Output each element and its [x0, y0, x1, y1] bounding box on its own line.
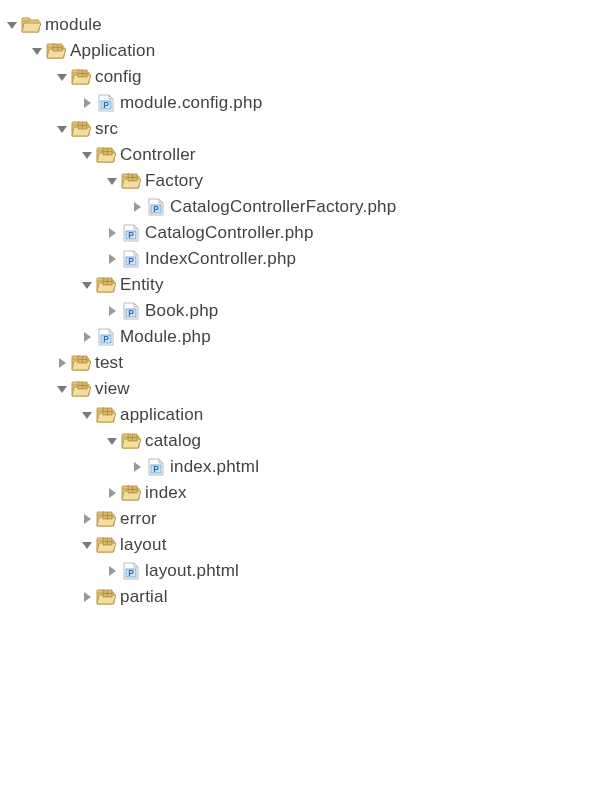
expand-open-icon[interactable]	[79, 148, 94, 163]
tree-item-label: module	[45, 15, 102, 35]
tree-item-label: test	[95, 353, 123, 373]
expand-closed-icon[interactable]	[104, 564, 119, 579]
expand-closed-icon[interactable]	[79, 512, 94, 527]
package-folder-icon	[96, 510, 116, 528]
package-folder-icon	[96, 536, 116, 554]
php-file-icon	[121, 562, 141, 580]
tree-row[interactable]: Application	[4, 38, 596, 64]
expand-closed-icon[interactable]	[129, 460, 144, 475]
expand-open-icon[interactable]	[79, 278, 94, 293]
expand-open-icon[interactable]	[4, 18, 19, 33]
tree-item-label: catalog	[145, 431, 201, 451]
tree-row[interactable]: error	[4, 506, 596, 532]
package-folder-icon	[121, 484, 141, 502]
tree-item-label: config	[95, 67, 142, 87]
tree-item-label: partial	[120, 587, 168, 607]
package-folder-icon	[96, 276, 116, 294]
tree-row[interactable]: Factory	[4, 168, 596, 194]
tree-item-label: view	[95, 379, 130, 399]
php-file-icon	[121, 250, 141, 268]
expand-closed-icon[interactable]	[104, 304, 119, 319]
expand-open-icon[interactable]	[29, 44, 44, 59]
tree-row[interactable]: src	[4, 116, 596, 142]
tree-row[interactable]: layout	[4, 532, 596, 558]
php-file-icon	[96, 328, 116, 346]
tree-item-label: Module.php	[120, 327, 211, 347]
tree-row[interactable]: index.phtml	[4, 454, 596, 480]
folder-open-icon	[21, 16, 41, 34]
package-folder-icon	[71, 380, 91, 398]
expand-closed-icon[interactable]	[54, 356, 69, 371]
expand-closed-icon[interactable]	[79, 590, 94, 605]
tree-row[interactable]: test	[4, 350, 596, 376]
package-folder-icon	[121, 432, 141, 450]
tree-row[interactable]: partial	[4, 584, 596, 610]
tree-item-label: src	[95, 119, 118, 139]
tree-item-label: Factory	[145, 171, 203, 191]
tree-row[interactable]: Module.php	[4, 324, 596, 350]
expand-open-icon[interactable]	[104, 174, 119, 189]
expand-open-icon[interactable]	[54, 122, 69, 137]
tree-item-label: Book.php	[145, 301, 218, 321]
php-file-icon	[96, 94, 116, 112]
tree-row[interactable]: CatalogController.php	[4, 220, 596, 246]
tree-item-label: CatalogController.php	[145, 223, 314, 243]
package-folder-icon	[71, 354, 91, 372]
tree-item-label: index	[145, 483, 187, 503]
package-folder-icon	[96, 406, 116, 424]
expand-closed-icon[interactable]	[104, 226, 119, 241]
expand-open-icon[interactable]	[79, 538, 94, 553]
tree-row[interactable]: view	[4, 376, 596, 402]
tree-item-label: module.config.php	[120, 93, 262, 113]
tree-item-label: layout.phtml	[145, 561, 239, 581]
expand-open-icon[interactable]	[54, 70, 69, 85]
package-folder-icon	[121, 172, 141, 190]
expand-open-icon[interactable]	[104, 434, 119, 449]
tree-row[interactable]: application	[4, 402, 596, 428]
tree-item-label: error	[120, 509, 157, 529]
tree-item-label: Entity	[120, 275, 164, 295]
tree-item-label: Application	[70, 41, 155, 61]
package-folder-icon	[71, 120, 91, 138]
tree-item-label: CatalogControllerFactory.php	[170, 197, 396, 217]
php-file-icon	[121, 302, 141, 320]
tree-item-label: application	[120, 405, 203, 425]
php-file-icon	[146, 458, 166, 476]
file-tree: moduleApplicationconfigmodule.config.php…	[4, 12, 596, 610]
tree-row[interactable]: module	[4, 12, 596, 38]
tree-item-label: index.phtml	[170, 457, 259, 477]
expand-closed-icon[interactable]	[104, 252, 119, 267]
package-folder-icon	[46, 42, 66, 60]
php-file-icon	[146, 198, 166, 216]
tree-row[interactable]: layout.phtml	[4, 558, 596, 584]
expand-closed-icon[interactable]	[129, 200, 144, 215]
expand-closed-icon[interactable]	[79, 330, 94, 345]
php-file-icon	[121, 224, 141, 242]
package-folder-icon	[96, 146, 116, 164]
expand-open-icon[interactable]	[54, 382, 69, 397]
tree-row[interactable]: module.config.php	[4, 90, 596, 116]
tree-row[interactable]: CatalogControllerFactory.php	[4, 194, 596, 220]
expand-closed-icon[interactable]	[79, 96, 94, 111]
tree-row[interactable]: catalog	[4, 428, 596, 454]
tree-row[interactable]: index	[4, 480, 596, 506]
tree-item-label: Controller	[120, 145, 196, 165]
package-folder-icon	[71, 68, 91, 86]
package-folder-icon	[96, 588, 116, 606]
tree-item-label: IndexController.php	[145, 249, 296, 269]
tree-row[interactable]: config	[4, 64, 596, 90]
tree-row[interactable]: IndexController.php	[4, 246, 596, 272]
expand-open-icon[interactable]	[79, 408, 94, 423]
tree-row[interactable]: Controller	[4, 142, 596, 168]
tree-item-label: layout	[120, 535, 167, 555]
tree-row[interactable]: Entity	[4, 272, 596, 298]
tree-row[interactable]: Book.php	[4, 298, 596, 324]
expand-closed-icon[interactable]	[104, 486, 119, 501]
